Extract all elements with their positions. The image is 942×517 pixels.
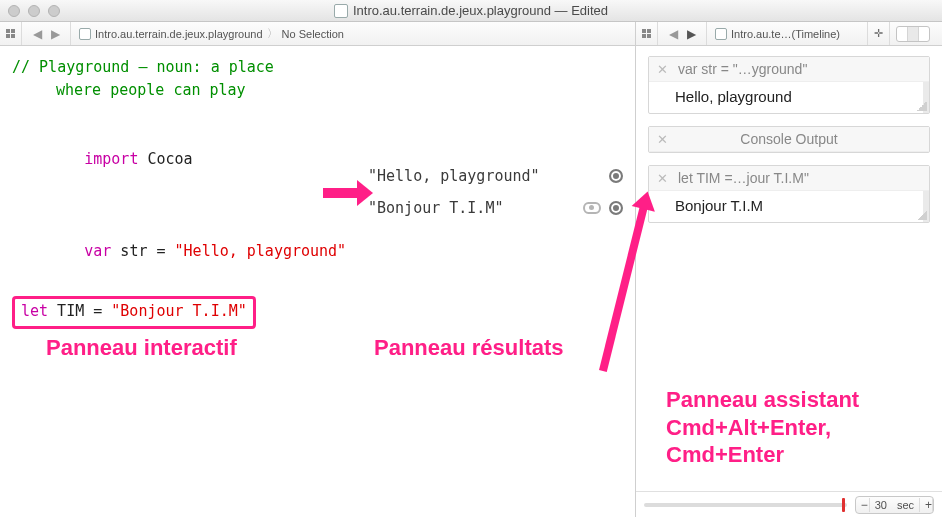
add-assistant-button[interactable]: ✛ [867,22,890,45]
code-comment: // Playground – noun: a place [12,56,348,79]
code-line: import Cocoa [12,125,348,195]
breadcrumb-side-file: Intro.au.te…(Timeline) [731,28,840,40]
card-body: Hello, playground [649,82,929,113]
related-items-button-side[interactable] [636,22,658,45]
results-sidebar: "Hello, playground" "Bonjour T.I.M" [360,46,635,517]
keyword: import [84,150,138,168]
increment-button[interactable]: + [919,498,933,512]
close-window-button[interactable] [8,5,20,17]
card-body: Bonjour T.I.M [649,191,929,222]
jump-bar-assistant: ◀ ▶ Intro.au.te…(Timeline) ✛ [636,22,942,45]
panel-toggle-icon [896,26,930,42]
forward-button[interactable]: ▶ [46,27,64,41]
result-value: "Bonjour T.I.M" [366,199,503,217]
timeline-value: 30 [870,499,892,511]
back-button[interactable]: ◀ [28,27,46,41]
annotation-label: Panneau résultats [374,334,564,362]
slider-thumb[interactable] [842,498,845,512]
resize-handle-icon[interactable] [917,210,927,220]
assistant-card[interactable]: ✕ let TIM =…jour T.I.M" Bonjour T.I.M [648,165,930,223]
history-nav-side: ◀ ▶ [658,22,707,45]
history-nav: ◀ ▶ [22,22,71,45]
card-title: var str = "…yground" [678,61,807,77]
quicklook-button[interactable] [583,202,601,214]
result-row: "Hello, playground" [366,164,627,188]
window-traffic-lights[interactable] [8,5,60,17]
code-comment: where people can play [12,79,348,102]
close-icon[interactable]: ✕ [657,132,668,147]
minimize-window-button[interactable] [28,5,40,17]
forward-button-side[interactable]: ▶ [682,27,700,41]
panel-toggle-button[interactable] [890,22,942,45]
grid-icon [6,29,15,38]
back-button-side[interactable]: ◀ [664,27,682,41]
window-title-text: Intro.au.terrain.de.jeux.playground — Ed… [353,3,608,18]
value-history-button[interactable] [609,201,623,215]
resize-handle-icon[interactable] [917,101,927,111]
workspace: // Playground – noun: a place where peop… [0,46,942,517]
string-literal: "Bonjour T.I.M" [111,302,246,320]
timeline-stepper[interactable]: − 30 sec + [855,496,934,514]
breadcrumb-selection: No Selection [282,28,344,40]
related-items-button[interactable] [0,22,22,45]
jump-bar-main: ◀ ▶ Intro.au.terrain.de.jeux.playground … [0,22,636,45]
string-literal: "Hello, playground" [175,242,347,260]
code-line: var str = "Hello, playground" [12,216,348,286]
result-value: "Hello, playground" [366,167,540,185]
breadcrumb-side[interactable]: Intro.au.te…(Timeline) [707,28,848,40]
breadcrumb[interactable]: Intro.au.terrain.de.jeux.playground 〉 No… [71,26,352,41]
card-title: let TIM =…jour T.I.M" [678,170,809,186]
identifier: Cocoa [138,150,192,168]
document-icon [79,28,91,40]
value-history-button[interactable] [609,169,623,183]
close-icon[interactable]: ✕ [657,171,668,186]
timeline-bar: − 30 sec + [636,491,942,517]
close-icon[interactable]: ✕ [657,62,668,77]
window-title: Intro.au.terrain.de.jeux.playground — Ed… [0,3,942,18]
card-title: Console Output [740,131,837,147]
assistant-panel: ✕ var str = "…yground" Hello, playground… [636,46,942,517]
code-text: TIM = [48,302,111,320]
grid-icon [642,29,651,38]
code-text: str = [111,242,174,260]
zoom-window-button[interactable] [48,5,60,17]
document-icon [334,4,348,18]
assistant-card[interactable]: ✕ Console Output [648,126,930,153]
annotation-arrow-icon [323,188,359,198]
editor-area: // Playground – noun: a place where peop… [0,46,636,517]
jump-bar: ◀ ▶ Intro.au.terrain.de.jeux.playground … [0,22,942,46]
chevron-right-icon: 〉 [267,26,278,41]
annotation-label: Panneau interactif [46,334,237,362]
breadcrumb-file: Intro.au.terrain.de.jeux.playground [95,28,263,40]
annotation-label: Panneau assistant Cmd+Alt+Enter, Cmd+Ent… [666,386,859,469]
keyword: let [21,302,48,320]
decrement-button[interactable]: − [856,498,870,512]
document-icon [715,28,727,40]
keyword: var [84,242,111,260]
highlighted-line: let TIM = "Bonjour T.I.M" [12,296,256,329]
timeline-slider[interactable] [644,503,847,507]
code-editor[interactable]: // Playground – noun: a place where peop… [0,46,360,517]
result-row: "Bonjour T.I.M" [366,196,627,220]
assistant-card[interactable]: ✕ var str = "…yground" Hello, playground [648,56,930,114]
window-titlebar: Intro.au.terrain.de.jeux.playground — Ed… [0,0,942,22]
timeline-unit: sec [892,499,919,511]
